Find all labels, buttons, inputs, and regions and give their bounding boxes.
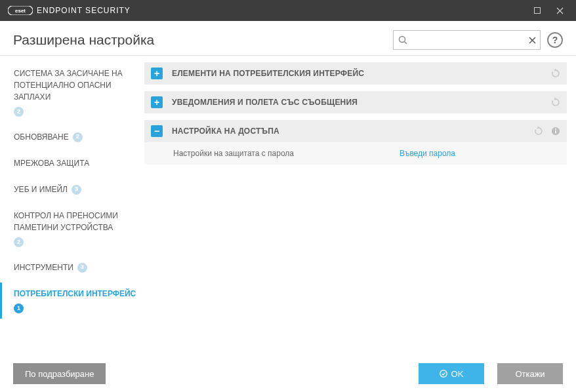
reset-icon[interactable] [534,127,543,136]
sidebar-item-label: УЕБ И ИМЕЙЛ [14,184,68,195]
maximize-icon [534,7,541,14]
accordion-section-2: −НАСТРОЙКА НА ДОСТЪПАНастройки на защита… [144,120,567,165]
sidebar-item-label: ИНСТРУМЕНТИ [14,262,73,273]
svg-rect-10 [555,130,556,134]
setting-action-link[interactable]: Въведи парола [400,149,455,158]
expand-icon: + [151,68,163,79]
svg-point-11 [555,128,556,130]
sidebar-badge: 2 [14,237,24,247]
info-icon[interactable] [551,127,560,136]
setting-row: Настройки на защитата с паролаВъведи пар… [144,142,567,165]
accordion-title: НАСТРОЙКА НА ДОСТЪПА [172,127,534,136]
sidebar-item-5[interactable]: ИНСТРУМЕНТИ3 [0,256,144,279]
accordion-header[interactable]: +ЕЛЕМЕНТИ НА ПОТРЕБИТЕЛСКИЯ ИНТЕРФЕЙС [144,62,567,85]
sidebar-item-1[interactable]: ОБНОВЯВАНЕ2 [0,126,144,148]
setting-label: Настройки на защитата с парола [173,149,400,158]
sidebar: СИСТЕМА ЗА ЗАСИЧАНЕ НА ПОТЕНЦИАЛНО ОПАСН… [0,56,144,355]
sidebar-item-4[interactable]: КОНТРОЛ НА ПРЕНОСИМИ ПАМЕТИНИ УСТРОЙСТВА… [0,205,144,252]
page-title: Разширена настройка [13,32,154,48]
search-icon [394,35,412,45]
svg-point-12 [440,370,446,377]
sidebar-badge: 1 [14,304,24,313]
accordion-section-1: +УВЕДОМЛЕНИЯ И ПОЛЕТА СЪС СЪОБЩЕНИЯ [144,91,567,113]
reset-icon[interactable] [551,69,560,78]
sidebar-badge: 3 [72,185,81,195]
accordion-actions [534,127,560,136]
close-icon [556,7,564,14]
sidebar-badge: 2 [73,132,83,142]
sidebar-badge: 3 [77,263,87,273]
header: Разширена настройка ? [0,21,576,56]
sidebar-item-2[interactable]: МРЕЖОВА ЗАЩИТА [0,152,144,174]
sidebar-item-label: ОБНОВЯВАНЕ [14,131,69,143]
help-button[interactable]: ? [547,32,563,48]
clear-icon [529,37,536,44]
titlebar: eset ENDPOINT SECURITY [0,0,576,21]
window-close-button[interactable] [548,0,571,21]
sidebar-item-3[interactable]: УЕБ И ИМЕЙЛ3 [0,178,144,201]
sidebar-item-label: ПОТРЕБИТЕЛСКИ ИНТЕРФЕЙС [14,288,136,300]
accordion-header[interactable]: +УВЕДОМЛЕНИЯ И ПОЛЕТА СЪС СЪОБЩЕНИЯ [144,91,567,113]
sidebar-item-0[interactable]: СИСТЕМА ЗА ЗАСИЧАНЕ НА ПОТЕНЦИАЛНО ОПАСН… [0,62,144,122]
accordion-title: ЕЛЕМЕНТИ НА ПОТРЕБИТЕЛСКИЯ ИНТЕРФЕЙС [172,69,551,78]
main-area: СИСТЕМА ЗА ЗАСИЧАНЕ НА ПОТЕНЦИАЛНО ОПАСН… [0,56,576,355]
sidebar-item-6[interactable]: ПОТРЕБИТЕЛСКИ ИНТЕРФЕЙС1 [0,283,144,319]
svg-line-6 [405,42,407,45]
ok-button[interactable]: OK [419,363,484,384]
search-box[interactable] [393,30,541,50]
reset-icon[interactable] [551,98,560,107]
accordion-body: Настройки на защитата с паролаВъведи пар… [144,142,567,165]
accordion-actions [551,69,560,78]
accordion-header[interactable]: −НАСТРОЙКА НА ДОСТЪПА [144,120,567,142]
svg-point-5 [400,37,405,43]
svg-rect-2 [535,8,541,14]
sidebar-item-label: СИСТЕМА ЗА ЗАСИЧАНЕ НА ПОТЕНЦИАЛНО ОПАСН… [14,68,138,103]
expand-icon: + [151,96,163,108]
ok-button-label: OK [451,369,464,379]
sidebar-item-label: МРЕЖОВА ЗАЩИТА [14,157,89,169]
sidebar-item-label: КОНТРОЛ НА ПРЕНОСИМИ ПАМЕТИНИ УСТРОЙСТВА [14,210,138,233]
window-title: ENDPOINT SECURITY [37,6,131,15]
sidebar-badge: 2 [14,107,24,117]
collapse-icon: − [151,125,163,137]
accordion-title: УВЕДОМЛЕНИЯ И ПОЛЕТА СЪС СЪОБЩЕНИЯ [172,98,551,107]
cancel-button[interactable]: Откажи [497,363,563,384]
content-area: +ЕЛЕМЕНТИ НА ПОТРЕБИТЕЛСКИЯ ИНТЕРФЕЙС+УВ… [144,56,576,355]
accordion-actions [551,98,560,107]
default-button[interactable]: По подразбиране [13,363,106,384]
footer: По подразбиране OK Откажи [0,355,576,392]
search-input[interactable] [412,31,524,49]
svg-text:eset: eset [15,8,26,14]
eset-logo-icon: eset [8,6,33,15]
brand-logo: eset ENDPOINT SECURITY [8,6,131,15]
help-icon: ? [552,35,558,45]
window-maximize-button[interactable] [526,0,548,21]
accordion-section-0: +ЕЛЕМЕНТИ НА ПОТРЕБИТЕЛСКИЯ ИНТЕРФЕЙС [144,62,567,85]
ok-check-icon [440,370,447,378]
search-clear-button[interactable] [524,37,540,44]
